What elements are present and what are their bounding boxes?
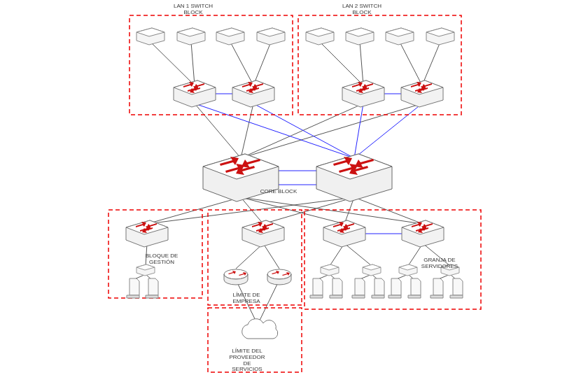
lan1-access-switch-3 [257, 28, 285, 45]
granja-server-4 [388, 278, 401, 298]
granja-server-5 [408, 278, 421, 298]
granja-server-3 [372, 278, 384, 298]
label-lan1: LAN 1 SWITCH BLOCK [174, 3, 213, 16]
gestion-switch [126, 220, 168, 247]
granja-switch-0 [323, 220, 365, 247]
svg-line-8 [422, 42, 440, 85]
granja-server-2 [352, 278, 365, 298]
network-diagram [0, 0, 588, 375]
svg-line-17 [241, 197, 344, 224]
svg-line-27 [258, 280, 279, 325]
svg-line-7 [400, 42, 422, 85]
svg-line-24 [236, 243, 263, 269]
svg-line-13 [147, 197, 241, 224]
svg-line-16 [263, 197, 354, 224]
granja-server-7 [450, 278, 463, 298]
lan2-access-switch-2 [386, 28, 414, 45]
svg-line-15 [241, 197, 263, 224]
svg-line-3 [230, 42, 253, 85]
granja-server-0 [310, 278, 323, 298]
svg-line-44 [354, 104, 363, 158]
svg-line-6 [360, 42, 363, 85]
svg-line-19 [241, 197, 423, 224]
lan1-dist-switch-1 [232, 80, 274, 107]
svg-line-45 [354, 104, 422, 158]
provider-cloud [242, 319, 278, 339]
svg-line-10 [241, 104, 253, 158]
lan2-dist-switch-1 [401, 80, 443, 107]
svg-line-5 [320, 42, 363, 85]
lan1-access-switch-1 [177, 28, 205, 45]
svg-line-20 [354, 197, 423, 224]
label-core: CORE BLOCK [260, 189, 297, 195]
granja-server-1 [330, 278, 342, 298]
label-proveedor: LÍMITE DEL PROVEEDOR DE SERVICIOS [229, 348, 265, 373]
granja-switch-1 [402, 220, 444, 247]
svg-line-25 [263, 243, 279, 269]
lan2-dist-switch-0 [342, 80, 384, 107]
gestion-server-1 [146, 278, 158, 298]
label-empresa: LÍMITE DE EMPRESA [232, 292, 260, 305]
gestion-server-0 [127, 278, 139, 298]
lan2-access-switch-3 [426, 28, 454, 45]
empresa-router-1 [267, 269, 291, 285]
links-physical [133, 42, 456, 325]
empresa-router-0 [224, 269, 248, 285]
gestion-mini-switch [136, 264, 155, 276]
label-gestion: BLOQUE DE GESTIÓN [146, 253, 178, 266]
svg-line-11 [241, 104, 363, 158]
lan1-access-switch-0 [136, 28, 164, 45]
label-granja: GRANJA DE SERVIDORES [421, 257, 458, 270]
label-lan2: LAN 2 SWITCH BLOCK [342, 3, 382, 16]
lan1-dist-switch-0 [174, 80, 216, 107]
svg-line-31 [344, 243, 372, 266]
empresa-switch [242, 220, 284, 247]
svg-line-4 [253, 42, 271, 85]
lan2-access-switch-0 [306, 28, 334, 45]
granja-mini-switch-0 [321, 264, 339, 276]
svg-line-14 [147, 197, 354, 224]
granja-server-6 [430, 278, 443, 298]
granja-mini-switch-1 [363, 264, 381, 276]
lan1-access-switch-2 [216, 28, 244, 45]
lan2-access-switch-1 [346, 28, 374, 45]
svg-line-1 [150, 42, 195, 85]
svg-line-2 [191, 42, 195, 85]
core-switch-right [316, 154, 392, 201]
granja-mini-switch-2 [399, 264, 417, 276]
devices [126, 28, 463, 339]
